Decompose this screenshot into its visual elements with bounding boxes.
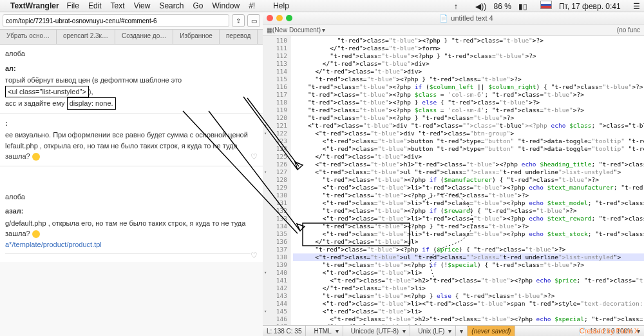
like-icon[interactable]: ♡ bbox=[251, 250, 258, 261]
document-dropdown[interactable]: (New Document)▾ bbox=[272, 26, 325, 34]
nav-toggle[interactable]: ▦ bbox=[267, 26, 272, 34]
text-fragment: алоба bbox=[5, 192, 258, 203]
notif-center-icon[interactable]: ☰ bbox=[633, 2, 640, 11]
menu-view[interactable]: View bbox=[134, 1, 151, 10]
browser-tab[interactable]: Избранное bbox=[173, 30, 220, 44]
browser-toolbar: ⇪ ▭ bbox=[0, 12, 263, 29]
line-ending-popup[interactable]: Unix (LF) ▾ bbox=[410, 326, 456, 336]
menu-go[interactable]: Go bbox=[193, 1, 203, 10]
browser-tab[interactable]: Убрать осно… bbox=[0, 30, 57, 44]
battery-icon: ▮▯ bbox=[518, 2, 527, 11]
close-button[interactable] bbox=[267, 15, 273, 21]
browser-tab[interactable]: перевод bbox=[220, 30, 258, 44]
menu-search[interactable]: Search bbox=[159, 1, 184, 10]
watermark: Created by Paint X bbox=[580, 327, 639, 335]
menu-file[interactable]: File bbox=[67, 1, 79, 10]
write-status-icon[interactable]: ▾ bbox=[456, 326, 468, 336]
cursor-position: L: 138 C: 35 bbox=[263, 326, 306, 336]
browser-tab[interactable]: opencart 2.3к… bbox=[57, 30, 115, 44]
upload-icon[interactable]: ↑ bbox=[454, 2, 458, 11]
quote-text: g/default.php , открыла его, но там не б… bbox=[5, 218, 258, 239]
separator-colon: : bbox=[5, 118, 258, 129]
browser-window: ⇪ ▭ Убрать осно… opencart 2.3к… Создание… bbox=[0, 12, 263, 336]
encoding-popup[interactable]: Unicode (UTF-8) ▾ bbox=[343, 326, 410, 336]
tabs-button[interactable]: ▭ bbox=[247, 14, 260, 27]
text-fragment: алоба bbox=[5, 48, 258, 59]
traffic-lights bbox=[267, 15, 292, 21]
browser-tab-strip: Убрать осно… opencart 2.3к… Создание до…… bbox=[0, 29, 263, 44]
input-flag[interactable] bbox=[535, 2, 552, 11]
battery-percent[interactable]: 86 % bbox=[494, 2, 511, 11]
chevron-down-icon: ▾ bbox=[322, 26, 325, 34]
menu-window[interactable]: Window bbox=[212, 1, 240, 10]
textwrangler-window: 📄 untitled text 4 ▦ (New Document)▾ (no … bbox=[263, 12, 644, 336]
quote-text: торый обёрнут вывод цен (в дефолтном шаб… bbox=[5, 75, 258, 110]
mac-menu-bar: TextWrangler File Edit Text View Search … bbox=[0, 0, 644, 12]
quote-author: ал: bbox=[5, 63, 258, 74]
highlight-box: <ul class="list-unstyled"> bbox=[5, 86, 89, 98]
save-status: (never saved) bbox=[468, 326, 515, 336]
share-button[interactable]: ⇪ bbox=[232, 14, 245, 27]
menu-status-area: ↑ ◀)) 86 % ▮▯ Пт, 17 февр. 0:41 ☰ bbox=[449, 1, 640, 11]
quote-author: азал: bbox=[5, 206, 258, 217]
minimize-button[interactable] bbox=[276, 15, 283, 21]
editor-navbar: ▦ (New Document)▾ (no func bbox=[263, 25, 644, 36]
document-icon: 📄 bbox=[439, 14, 448, 23]
active-app-name[interactable]: TextWrangler bbox=[10, 1, 59, 10]
clock[interactable]: Пт, 17 февр. 0:41 bbox=[559, 2, 621, 11]
menu-help[interactable]: Help bbox=[273, 1, 289, 10]
menu-shebang[interactable]: #! bbox=[249, 1, 255, 10]
volume-icon[interactable]: ◀)) bbox=[475, 2, 486, 11]
browser-tab[interactable]: Создание до… bbox=[115, 30, 173, 44]
file-path-link[interactable]: a*/template/product/product.tpl bbox=[5, 239, 258, 250]
language-popup[interactable]: HTML ▾ bbox=[306, 326, 343, 336]
page-content: алоба ал: торый обёрнут вывод цен (в деф… bbox=[0, 44, 263, 262]
emoji-icon bbox=[32, 153, 40, 161]
emoji-icon bbox=[32, 230, 40, 238]
highlight-box: display: none. bbox=[67, 97, 116, 110]
address-bar[interactable] bbox=[3, 14, 229, 27]
window-titlebar: 📄 untitled text 4 bbox=[263, 12, 644, 25]
code-area: 110111112113114115116117118119120▾121▾12… bbox=[263, 36, 644, 325]
menu-edit[interactable]: Edit bbox=[88, 1, 102, 10]
function-popup[interactable]: (no func bbox=[617, 26, 640, 34]
code-text[interactable]: "t-red">class="t-blue"><?php } "t-red">c… bbox=[290, 36, 644, 325]
document-title: untitled text 4 bbox=[451, 14, 493, 22]
zoom-button[interactable] bbox=[286, 15, 292, 21]
post-text: ее визуально. При оформлении все равно б… bbox=[5, 130, 258, 162]
like-icon[interactable]: ♡ bbox=[251, 151, 258, 163]
menu-text[interactable]: Text bbox=[111, 1, 125, 10]
line-number-gutter[interactable]: 110111112113114115116117118119120▾121▾12… bbox=[263, 36, 290, 325]
new-tab-button[interactable]: + bbox=[258, 30, 263, 44]
